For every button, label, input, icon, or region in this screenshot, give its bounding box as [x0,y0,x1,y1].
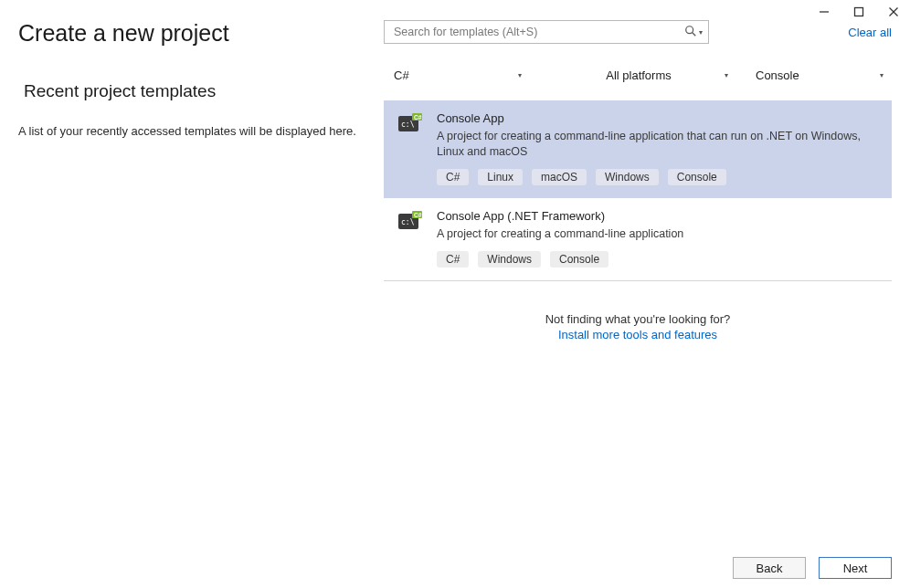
back-button[interactable]: Back [733,557,806,579]
project-type-filter-dropdown[interactable]: Console ▾ [746,62,892,88]
tag: Linux [478,169,523,185]
search-box[interactable]: ▾ [384,20,709,44]
install-tools-link[interactable]: Install more tools and features [384,328,892,341]
not-finding-panel: Not finding what you're looking for? Ins… [384,312,892,341]
template-item-console-app-netfx[interactable]: c:\ C# Console App (.NET Framework) A pr… [384,198,892,280]
svg-rect-1 [855,8,863,16]
platform-filter-value: All platforms [606,68,672,82]
svg-text:c:\: c:\ [401,218,415,226]
chevron-down-icon: ▾ [518,71,522,79]
template-description: A project for creating a command-line ap… [437,129,881,160]
search-dropdown-caret-icon[interactable]: ▾ [699,28,703,37]
console-app-icon: c:\ C# [398,111,424,185]
footer-buttons: Back Next [733,557,892,579]
chevron-down-icon: ▾ [880,71,884,79]
platform-filter-dropdown[interactable]: All platforms ▾ [539,62,736,88]
maximize-button[interactable] [850,4,868,20]
template-title: Console App [437,111,881,125]
template-list: c:\ C# Console App A project for creatin… [384,100,892,281]
search-input[interactable] [392,25,684,39]
tag: C# [437,251,469,268]
search-icon[interactable] [684,25,697,40]
svg-point-4 [686,26,693,33]
tag: Windows [596,169,659,185]
chevron-down-icon: ▾ [725,71,728,79]
window-controls [815,0,910,20]
close-button[interactable] [884,4,903,20]
tag: Windows [478,251,541,268]
not-finding-text: Not finding what you're looking for? [545,312,731,326]
tag: Console [550,251,608,268]
minimize-button[interactable] [815,4,833,20]
template-title: Console App (.NET Framework) [437,209,881,223]
svg-text:C#: C# [414,211,422,217]
console-app-icon: c:\ C# [398,209,424,268]
next-button[interactable]: Next [819,557,892,579]
template-tags: C# Linux macOS Windows Console [437,169,881,185]
page-title: Create a new project [18,20,356,47]
clear-all-link[interactable]: Clear all [848,26,892,39]
svg-line-5 [693,32,696,36]
tag: macOS [532,169,587,185]
template-tags: C# Windows Console [437,251,881,268]
project-type-filter-value: Console [756,68,799,82]
recent-templates-heading: Recent project templates [24,81,356,101]
recent-templates-placeholder: A list of your recently accessed templat… [18,123,356,140]
svg-text:c:\: c:\ [401,121,415,129]
language-filter-dropdown[interactable]: C# ▾ [384,62,530,88]
tag: Console [668,169,726,185]
language-filter-value: C# [394,68,409,82]
svg-text:C#: C# [414,114,422,121]
template-item-console-app[interactable]: c:\ C# Console App A project for creatin… [384,100,892,198]
template-description: A project for creating a command-line ap… [437,226,881,242]
tag: C# [437,169,469,185]
